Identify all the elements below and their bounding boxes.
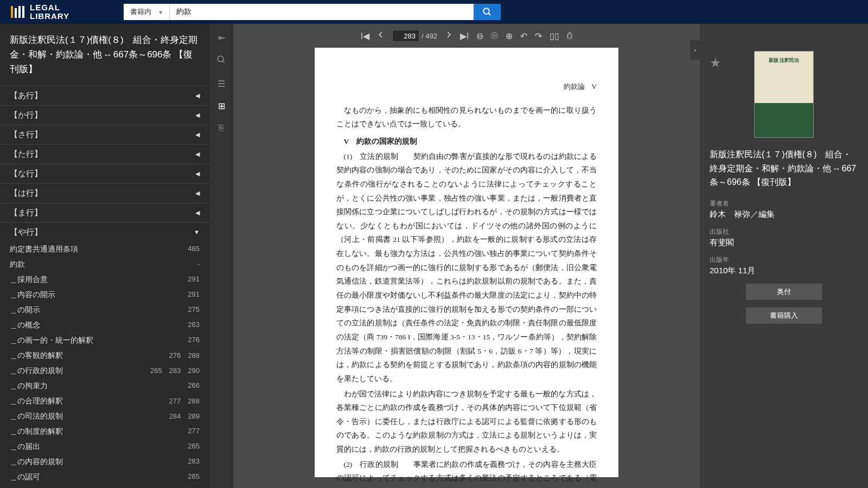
index-item[interactable]: ＿の行政的規制265 283 290	[0, 363, 209, 378]
svg-point-2	[218, 56, 224, 62]
publisher-value: 有斐閣	[710, 237, 858, 248]
pubyear-label: 出版年	[710, 255, 858, 265]
meta-title: 新版注釈民法(１７)債権(８) 組合・終身定期金・和解・約款論・他 -- 667…	[710, 147, 858, 189]
index-item[interactable]: ＿の制度的解釈277	[0, 424, 209, 439]
redo-icon[interactable]: ↷	[535, 31, 542, 41]
sidebar-search-icon[interactable]	[216, 55, 226, 67]
sidebar-collapse-icon[interactable]: ⇤	[218, 33, 225, 43]
undo-icon[interactable]: ↶	[520, 31, 527, 41]
index-item[interactable]: ＿の概念263	[0, 318, 209, 333]
index-item[interactable]: ＿内容の開示291	[0, 287, 209, 303]
index-item[interactable]: ＿の画一的・統一的解釈276	[0, 333, 209, 348]
grid-view-icon[interactable]: ⊞	[218, 101, 225, 111]
search-button[interactable]	[474, 4, 501, 20]
index-item[interactable]: 約定書共通適用条項465	[0, 242, 209, 257]
toc-row[interactable]: 【や行】▼	[0, 222, 209, 242]
toc-row[interactable]: 【た行】◀	[0, 144, 209, 164]
purchase-button[interactable]: 書籍購入	[746, 307, 822, 324]
author-value: 鈴木 禄弥／編集	[710, 209, 858, 220]
index-item[interactable]: ＿の司法的規制284 289	[0, 409, 209, 424]
two-page-icon[interactable]: ▯▯	[550, 31, 559, 41]
list-view-icon[interactable]: ☰	[218, 79, 225, 89]
zoom-out-icon[interactable]: ⊖	[476, 31, 483, 41]
svg-line-1	[488, 13, 490, 15]
toc-row[interactable]: 【は行】◀	[0, 183, 209, 203]
index-item[interactable]: 約款-	[0, 257, 209, 272]
toc-row[interactable]: 【あ行】◀	[0, 86, 209, 105]
svg-line-3	[222, 61, 225, 63]
index-item[interactable]: ＿の拘束力266	[0, 378, 209, 394]
prev-page-icon[interactable]	[377, 31, 385, 41]
page-content: 約款論 V なものから，抽象的にも相関性の見られないものまでを画一的に取り扱うこ…	[315, 48, 618, 477]
panel-collapse-icon[interactable]: ›	[690, 40, 700, 60]
sidebar-book-title: 新版注釈民法(１７)債権(８) 組合・終身定期金・和解・約款論・他 -- 667…	[0, 24, 209, 86]
index-item[interactable]: ＿の客観的解釈276 288	[0, 348, 209, 363]
index-item[interactable]: ＿の開示275	[0, 303, 209, 318]
index-item[interactable]: ＿の認可265	[0, 470, 209, 485]
book-cover: 新版 注釈民法	[754, 51, 814, 138]
toc-row[interactable]: 【か行】◀	[0, 105, 209, 125]
search-input[interactable]	[170, 4, 474, 20]
favorite-star-icon[interactable]: ★	[710, 55, 722, 70]
pubyear-value: 2010年 11月	[710, 266, 858, 276]
toc-row[interactable]: 【な行】◀	[0, 164, 209, 183]
search-scope-select[interactable]: 書籍内	[124, 4, 170, 20]
zoom-reset-icon[interactable]: ⦾	[491, 31, 498, 41]
search-icon	[482, 7, 492, 17]
first-page-icon[interactable]: I◀	[361, 31, 369, 41]
author-label: 著者名	[710, 199, 858, 208]
index-item[interactable]: ＿の届出265	[0, 439, 209, 454]
next-page-icon[interactable]	[445, 31, 452, 41]
page-total: / 492	[422, 32, 437, 40]
toc-row[interactable]: 【さ行】◀	[0, 125, 209, 144]
bookmark-icon[interactable]: ⎘	[219, 123, 224, 133]
index-item[interactable]: ＿の内容的規制283	[0, 454, 209, 470]
zoom-in-icon[interactable]: ⊕	[506, 31, 513, 41]
svg-point-0	[483, 8, 489, 14]
index-item[interactable]: ＿採用合意291	[0, 272, 209, 287]
logo[interactable]: LEGALLIBRARY	[11, 3, 69, 21]
index-item[interactable]: ＿の合理的解釈277 288	[0, 394, 209, 409]
publisher-label: 出版社	[710, 227, 858, 236]
print-icon[interactable]: ⎙	[567, 31, 572, 41]
page-number-input[interactable]	[392, 30, 419, 42]
page-running-head: 約款論 V	[336, 80, 597, 94]
toc-row[interactable]: 【ま行】◀	[0, 203, 209, 222]
last-page-icon[interactable]: ▶I	[460, 31, 469, 41]
colophon-button[interactable]: 奥付	[746, 284, 822, 300]
